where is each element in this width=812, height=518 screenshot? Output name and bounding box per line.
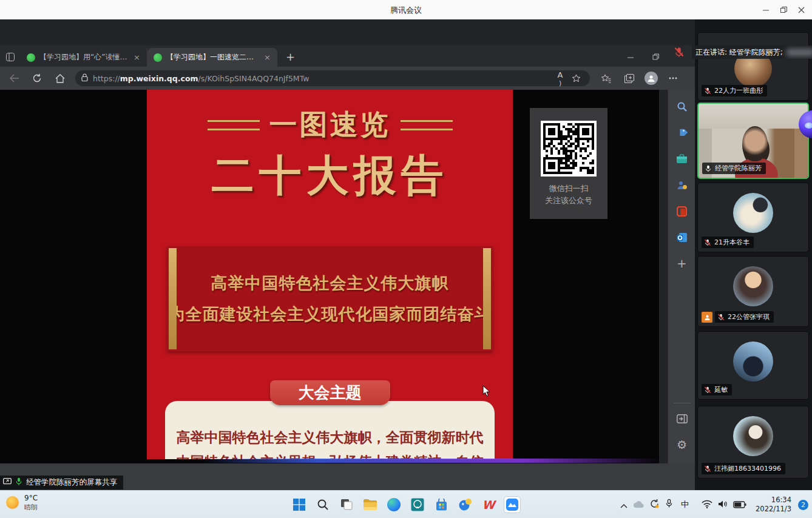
browser-tab-2-active[interactable]: 【学习园地】一图速览二十大报 × [147,48,277,67]
participant-tile[interactable]: 汪祎媚18633401996 [697,406,809,479]
sidebar-office-icon[interactable] [673,202,691,220]
tab-close-icon[interactable]: × [132,53,142,62]
favorites-icon[interactable] [598,70,614,86]
webpage-content: 一图速览 二十大报告 高举中国特色社会主义伟大旗帜 为全面建设社会主义现代化国家… [0,90,659,463]
restore-icon[interactable] [780,7,787,13]
collections-icon[interactable] [621,70,637,86]
speaking-text: 正在讲话: 经管学院陈丽芳; [695,47,783,58]
onedrive-icon[interactable] [633,499,644,511]
sidebar-outlook-icon[interactable] [673,228,691,246]
muted-mic-icon [704,87,711,95]
browser-toolbar: https://mp.weixin.qq.com/s/KOihSpSIN4AQQ… [0,67,695,90]
participant-tile-speaking[interactable]: 经管学院陈丽芳 [697,103,809,179]
wechat-favicon-icon [154,53,162,62]
participant-label: 延敏 [702,384,732,395]
sidebar-shopping-icon[interactable] [673,124,691,142]
battery-icon[interactable] [733,499,746,511]
article-title-small: 一图速览 [269,106,391,144]
blurred-names [787,49,812,56]
sidebar-tools-icon[interactable] [673,150,691,168]
more-options-icon[interactable] [665,70,681,86]
wifi-icon[interactable] [702,499,712,511]
back-icon[interactable] [5,69,23,87]
wps-office-icon[interactable]: W [480,496,497,513]
new-tab-icon[interactable]: + [286,50,295,63]
profile-avatar[interactable] [645,72,658,85]
member-badge-icon [702,312,712,323]
muted-mic-icon [704,465,711,473]
banner-line1: 高举中国特色社会主义伟大旗帜 [167,272,493,294]
muted-mic-icon [704,239,711,246]
volume-icon[interactable] [718,499,728,511]
participant-label: 21升本谷丰 [702,237,754,248]
minimize-icon[interactable] [763,7,770,13]
share-mic-icon [15,477,22,488]
file-explorer-icon[interactable] [362,496,379,513]
weather-temp: 9°C [24,494,38,503]
tray-date: 2022/11/3 [756,505,791,514]
tencent-meeting-app-icon[interactable] [504,496,521,513]
meeting-rooms-app-icon[interactable] [409,496,426,513]
tab-title: 【学习园地】用“心”读懂党的二 [39,52,127,62]
sync-icon[interactable] [649,499,660,511]
participant-tile[interactable]: 21升本谷丰 [697,183,809,252]
screen-share-banner: 经管学院陈丽芳的屏幕共享 [0,476,123,489]
task-view-icon[interactable] [338,496,355,513]
meeting-bottom-strip: 经管学院陈丽芳的屏幕共享 [0,463,695,490]
theme-card: 高举中国特色社会主义伟大旗帜，全面贯彻新时代 中国特色社会主义思想，弘扬伟大建党… [165,401,495,459]
participant-tile[interactable]: 延敏 [697,331,809,400]
tab-list-icon[interactable] [0,49,21,66]
read-aloud-icon[interactable]: A) [552,70,568,86]
sidebar-games-icon[interactable] [673,176,691,194]
microsoft-store-icon[interactable] [433,496,450,513]
url-text: https://mp.weixin.qq.com/s/KOihSpSIN4AQQ… [93,74,309,83]
start-button[interactable] [291,496,308,513]
browser-minimize-icon[interactable] [628,52,634,63]
muted-mic-icon [704,386,711,394]
notification-badge[interactable]: 2 [798,500,808,510]
lock-icon [81,73,88,83]
tab-title: 【学习园地】一图速览二十大报 [166,52,258,62]
home-icon[interactable] [51,69,69,87]
muted-mic-status-icon [674,47,685,60]
qq-browser-icon[interactable] [456,496,473,513]
tray-clock[interactable]: 16:34 2022/11/3 [756,496,791,514]
qr-code[interactable] [541,121,597,177]
participant-tile[interactable]: 22公管张宇琪 [697,256,809,327]
edge-icon[interactable] [385,496,402,513]
edge-sidebar: + ⚙ [668,90,695,463]
qr-follow-panel: 微信扫一扫 关注该公众号 [530,108,607,219]
address-bar[interactable]: https://mp.weixin.qq.com/s/KOihSpSIN4AQQ… [75,70,590,86]
participant-label: 22公管张宇琪 [715,311,774,323]
sidebar-search-icon[interactable] [673,98,691,116]
sun-icon [6,496,19,509]
weather-widget[interactable]: 9°C 晴朗 [6,494,38,512]
add-favorite-icon[interactable] [568,70,584,86]
browser-restore-icon[interactable] [652,52,660,63]
ime-indicator[interactable]: 中 [681,499,689,510]
article-title-large: 二十大报告 [147,147,513,204]
sidebar-add-icon[interactable]: + [673,254,691,272]
article-poster: 一图速览 二十大报告 高举中国特色社会主义伟大旗帜 为全面建设社会主义现代化国家… [147,90,513,459]
sidebar-divider [674,403,691,403]
taskbar-search-icon[interactable] [314,496,331,513]
participant-tile[interactable]: 22人力一班曲彤 [697,32,809,101]
tray-mic-icon[interactable] [665,499,673,511]
screen-glare [200,459,659,463]
browser-tab-1[interactable]: 【学习园地】用“心”读懂党的二 × [21,48,147,67]
app-titlebar: 腾讯会议 [0,0,812,20]
sidebar-settings-icon[interactable]: ⚙ [673,436,691,454]
participant-label: 经管学院陈丽芳 [702,163,766,174]
tencent-meeting-window: 腾讯会议 【学习园地】用“心”读懂党的二 × 【学习园地】一图速览二十大报 × … [0,0,812,518]
windows-taskbar: 9°C 晴朗 W 中 16:34 [0,490,812,518]
muted-mic-icon [717,314,725,321]
refresh-icon[interactable] [28,69,46,87]
app-title: 腾讯会议 [0,5,812,16]
theme-body-line1: 高举中国特色社会主义伟大旗帜，全面贯彻新时代 [165,428,495,447]
avatar [733,266,773,306]
close-icon[interactable] [798,7,805,13]
tray-expand-icon[interactable] [620,499,628,511]
avatar [733,416,773,456]
open-sidebar-icon[interactable] [673,409,691,428]
tab-close-icon[interactable]: × [262,53,272,62]
